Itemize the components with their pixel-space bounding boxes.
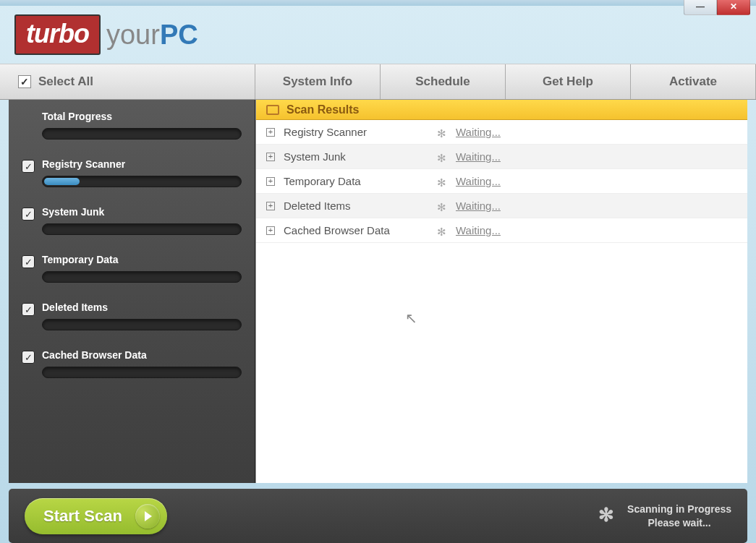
progress-bar — [42, 319, 242, 330]
start-scan-label: Start Scan — [43, 507, 122, 526]
tab-bar: ✓ Select All System Info Schedule Get He… — [0, 64, 756, 100]
checkbox-icon[interactable]: ✓ — [22, 160, 35, 173]
expand-icon[interactable]: + — [266, 153, 275, 161]
play-icon — [135, 504, 160, 529]
sidebar-item-label: Temporary Data — [42, 254, 242, 265]
select-all-label: Select All — [38, 74, 93, 89]
sidebar-item-registry[interactable]: ✓ Registry Scanner — [22, 158, 242, 187]
result-row[interactable]: + System Junk ✻ Waiting... — [256, 145, 747, 169]
result-row[interactable]: + Cached Browser Data ✻ Waiting... — [256, 218, 747, 243]
sidebar-item-label: Cached Browser Data — [42, 349, 242, 361]
spinner-icon: ✻ — [437, 176, 447, 187]
checkbox-icon[interactable]: ✓ — [22, 208, 35, 221]
result-name: Cached Browser Data — [284, 224, 428, 236]
progress-bar — [42, 223, 242, 235]
tab-activate[interactable]: Activate — [631, 64, 756, 99]
result-status[interactable]: Waiting... — [456, 175, 501, 187]
tab-schedule[interactable]: Schedule — [381, 64, 506, 99]
sidebar: Total Progress ✓ Registry Scanner ✓ Syst… — [9, 100, 255, 483]
checkbox-icon[interactable]: ✓ — [22, 255, 35, 268]
tab-system-info[interactable]: System Info — [255, 64, 381, 99]
results-panel: Scan Results + Registry Scanner ✻ Waitin… — [255, 100, 747, 483]
result-status[interactable]: Waiting... — [456, 224, 501, 236]
select-all-toggle[interactable]: ✓ Select All — [0, 64, 255, 99]
expand-icon[interactable]: + — [266, 128, 275, 137]
sidebar-item-label: System Junk — [42, 206, 242, 218]
sidebar-item-system-junk[interactable]: ✓ System Junk — [22, 206, 242, 235]
sidebar-item-deleted-items[interactable]: ✓ Deleted Items — [22, 302, 242, 330]
cursor-icon: ↖ — [405, 309, 417, 327]
scan-status: Scanning in Progress Please wait... — [598, 503, 731, 529]
results-title: Scan Results — [286, 103, 359, 116]
tab-get-help[interactable]: Get Help — [506, 64, 631, 99]
result-status[interactable]: Waiting... — [456, 126, 501, 138]
close-button[interactable]: ✕ — [717, 0, 750, 15]
spinner-icon: ✻ — [437, 201, 447, 211]
app-header: turbo yourPC — [0, 6, 756, 64]
spinner-icon: ✻ — [437, 127, 447, 137]
results-header: Scan Results — [256, 100, 747, 120]
result-row[interactable]: + Registry Scanner ✻ Waiting... — [256, 120, 747, 145]
expand-icon[interactable]: + — [266, 226, 275, 235]
sidebar-item-cached-browser[interactable]: ✓ Cached Browser Data — [22, 349, 242, 378]
progress-bar — [42, 271, 242, 283]
spinner-icon: ✻ — [437, 152, 447, 162]
result-name: Registry Scanner — [284, 126, 428, 138]
progress-bar — [42, 367, 242, 378]
checkbox-icon[interactable]: ✓ — [22, 303, 35, 316]
spinner-icon: ✻ — [437, 226, 447, 236]
total-progress-bar — [42, 128, 242, 140]
sidebar-item-label: Deleted Items — [42, 302, 242, 313]
logo-your: your — [106, 20, 160, 50]
logo-pc: PC — [160, 20, 198, 50]
total-progress-section: Total Progress — [22, 111, 242, 140]
start-scan-button[interactable]: Start Scan — [25, 498, 167, 534]
progress-bar — [42, 176, 242, 187]
expand-icon[interactable]: + — [266, 202, 275, 210]
status-line-2: Please wait... — [627, 516, 731, 529]
result-row[interactable]: + Deleted Items ✻ Waiting... — [256, 194, 747, 218]
sidebar-item-temporary-data[interactable]: ✓ Temporary Data — [22, 254, 242, 283]
app-logo: turbo yourPC — [14, 14, 198, 55]
result-status[interactable]: Waiting... — [456, 200, 501, 212]
total-progress-label: Total Progress — [42, 111, 242, 122]
checkbox-icon[interactable]: ✓ — [22, 351, 35, 364]
result-row[interactable]: + Temporary Data ✻ Waiting... — [256, 169, 747, 194]
status-line-1: Scanning in Progress — [627, 503, 731, 516]
minimize-button[interactable]: — — [684, 0, 717, 15]
result-status[interactable]: Waiting... — [456, 150, 501, 163]
monitor-icon — [266, 105, 279, 115]
spinner-icon — [598, 507, 617, 526]
result-name: System Junk — [284, 150, 428, 163]
expand-icon[interactable]: + — [266, 177, 275, 186]
sidebar-item-label: Registry Scanner — [42, 158, 242, 170]
checkmark-icon: ✓ — [18, 75, 31, 88]
footer-bar: Start Scan Scanning in Progress Please w… — [9, 489, 747, 543]
logo-turbo: turbo — [14, 14, 101, 55]
result-name: Temporary Data — [284, 175, 428, 187]
result-name: Deleted Items — [284, 200, 428, 212]
